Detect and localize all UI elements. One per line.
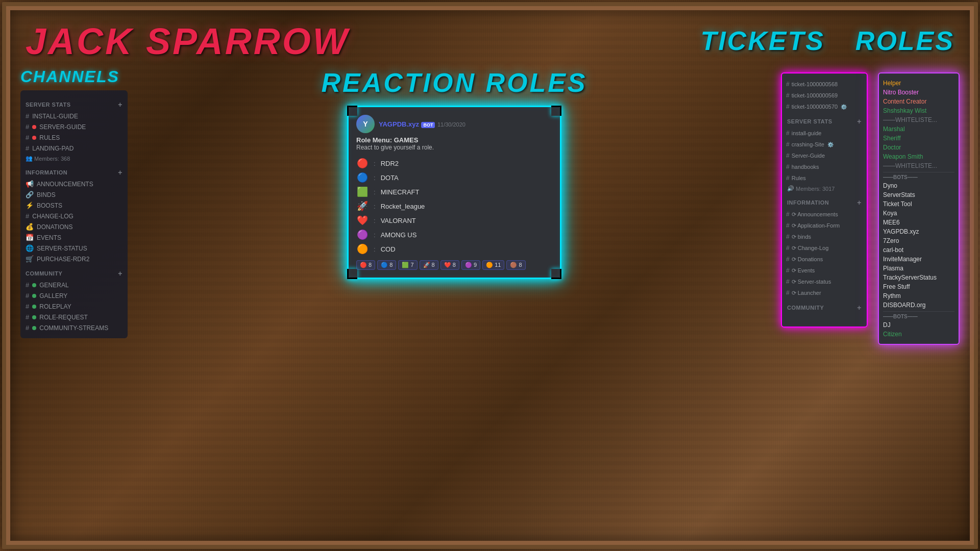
bot-info: YAGPDB.xyz BOT 11/30/2020 [379, 119, 465, 129]
ticket-server-status[interactable]: # ⟳ Server-status [782, 276, 867, 287]
channel-name: ⟳ Application-Form [792, 222, 840, 229]
ticket-item-568[interactable]: # ticket-1000000568 [782, 79, 867, 90]
reaction-chip[interactable]: 🚀 8 [420, 260, 438, 270]
ticket-name: ticket-1000000568 [792, 81, 838, 87]
hash-icon: # [786, 233, 790, 240]
ticket-item-570[interactable]: # ticket-1000000570 ⚙️ [782, 101, 867, 112]
channel-name: DONATIONS [37, 223, 72, 231]
reaction-chip[interactable]: 🟩 7 [398, 260, 417, 270]
ticket-server-stats: SERVER STATS + [782, 115, 867, 128]
ticket-launcher[interactable]: # ⟳ Launcher [782, 287, 867, 298]
community-add[interactable]: + [118, 269, 122, 278]
channel-roleplay[interactable]: # ROLEPLAY [20, 301, 128, 312]
role-mee6: MEE6 [883, 218, 954, 227]
minecraft-emoji: 🟩 [356, 186, 369, 197]
ticket-application-form[interactable]: # ⟳ Application-Form [782, 220, 867, 231]
role-citizen: Citizen [883, 330, 954, 339]
ticket-handbooks[interactable]: # handbooks [782, 161, 867, 172]
reaction-chip[interactable]: 🟤 8 [506, 260, 525, 270]
channel-name: crashing-Site [792, 141, 824, 147]
role-menu-label: Role Menu: GAMES [356, 136, 552, 144]
channel-name: LANDING-PAD [32, 145, 74, 152]
channel-announcements[interactable]: 📢 ANNOUNCEMENTS [20, 179, 128, 189]
information-add[interactable]: + [118, 168, 122, 177]
add-channel[interactable]: + [857, 117, 862, 126]
ticket-item-569[interactable]: # ticket-1000000569 [782, 90, 867, 101]
role-ticket-tool: Ticket Tool [883, 199, 954, 209]
add-channel-info[interactable]: + [857, 198, 862, 207]
cod-emoji: 🟠 [356, 243, 369, 255]
reaction-chip[interactable]: 🟠 11 [482, 260, 504, 270]
channel-name: CHANGE-LOG [32, 213, 74, 220]
role-weapon-smith: Weapon Smith [883, 152, 954, 161]
bot-avatar: Y [356, 115, 375, 133]
channel-name: ANNOUNCEMENTS [37, 181, 93, 188]
reaction-roles-box: Y YAGPDB.xyz BOT 11/30/2020 Role Menu: G… [347, 106, 561, 279]
channel-binds[interactable]: 🔗 BINDS [20, 189, 128, 200]
members-icon: 👥 [26, 155, 33, 162]
channel-name: GALLERY [39, 292, 67, 299]
role-dj: DJ [883, 320, 954, 330]
settings-icon[interactable]: ⚙️ [841, 104, 847, 110]
ticket-events[interactable]: # ⟳ Events [782, 265, 867, 276]
hash-icon: # [26, 134, 29, 141]
reaction-chip[interactable]: 🔵 8 [377, 260, 396, 270]
neon-corner-bl [347, 269, 357, 279]
channel-role-request[interactable]: # ROLE-REQUEST [20, 312, 128, 322]
events-icon: 📅 [26, 234, 34, 241]
reaction-box-wrapper: Y YAGPDB.xyz BOT 11/30/2020 Role Menu: G… [347, 106, 561, 279]
ticket-rules[interactable]: # Rules [782, 172, 867, 184]
reaction-chip[interactable]: 🟣 9 [461, 260, 480, 270]
channel-general[interactable]: # GENERAL [20, 280, 128, 290]
role-disboard: DISBOARD.org [883, 300, 954, 310]
ticket-donations[interactable]: # ⟳ Donations [782, 254, 867, 265]
hash-icon: # [786, 141, 790, 148]
tickets-box: # ticket-1000000568 # ticket-1000000569 … [781, 72, 868, 328]
ticket-install-guide[interactable]: # install-guide [782, 128, 867, 139]
react-instruction: React to give yourself a role. [356, 144, 552, 151]
role-tracky: TrackyServerStatus [883, 273, 954, 282]
status-dot [32, 125, 36, 129]
valorant-label: VALORANT [381, 217, 416, 224]
ticket-announcements[interactable]: # ⟳ Announcements [782, 209, 867, 220]
channel-landing-pad[interactable]: # LANDING-PAD [20, 143, 128, 154]
channel-purchase-rdr2[interactable]: 🛒 PURCHASE-RDR2 [20, 254, 128, 264]
server-stats-add[interactable]: + [118, 101, 122, 109]
hash-icon: # [786, 152, 790, 159]
tickets-panel: # ticket-1000000568 # ticket-1000000569 … [781, 72, 868, 328]
center-area: REACTION ROLES Y YAGPDB.xyz BOT 11/30/20… [138, 67, 771, 279]
bot-message-header: Y YAGPDB.xyz BOT 11/30/2020 [356, 115, 552, 133]
server-stats-label: SERVER STATS [26, 102, 71, 108]
community-label: COMMUNITY [26, 270, 62, 277]
ticket-server-guide[interactable]: # Server-Guide [782, 150, 867, 161]
section-label: COMMUNITY [787, 305, 824, 311]
hash-icon: # [786, 174, 790, 182]
channel-donations[interactable]: 💰 DONATIONS [20, 221, 128, 232]
ticket-crashing-site[interactable]: # crashing-Site ⚙️ [782, 139, 867, 150]
channel-name: RULES [39, 134, 60, 141]
role-sheriff: Sheriff [883, 134, 954, 143]
channel-rules[interactable]: # RULES [20, 132, 128, 143]
channel-events[interactable]: 📅 EVENTS [20, 232, 128, 243]
reaction-chip[interactable]: ❤️ 8 [440, 260, 459, 270]
channel-gallery[interactable]: # GALLERY [20, 290, 128, 301]
channel-name: EVENTS [37, 234, 61, 241]
hash-icon: # [26, 281, 29, 289]
ticket-binds[interactable]: # ⟳ binds [782, 231, 867, 242]
members-count: 👥 Members: 368 [20, 154, 128, 163]
channel-server-status[interactable]: 🌐 SERVER-STATUS [20, 243, 128, 254]
channel-boosts[interactable]: ⚡ BOOSTS [20, 200, 128, 211]
channel-change-log[interactable]: # CHANGE-LOG [20, 211, 128, 221]
settings-icon[interactable]: ⚙️ [827, 142, 834, 147]
add-community[interactable]: + [857, 304, 862, 312]
channel-server-guide[interactable]: # SERVER-GUIDE [20, 121, 128, 132]
ticket-members: 🔊 Members: 3017 [782, 184, 867, 193]
ticket-change-log[interactable]: # ⟳ Change-Log [782, 242, 867, 254]
neon-corner-br [551, 269, 561, 279]
channel-name: Server-Guide [792, 153, 825, 159]
role-carl-bot: carl-bot [883, 245, 954, 255]
channel-community-streams[interactable]: # COMMUNITY-STREAMS [20, 322, 128, 333]
cart-icon: 🛒 [26, 255, 34, 263]
channel-install-guide[interactable]: # INSTALL-GUIDE [20, 111, 128, 121]
reaction-chip[interactable]: 🔴 8 [356, 260, 375, 270]
